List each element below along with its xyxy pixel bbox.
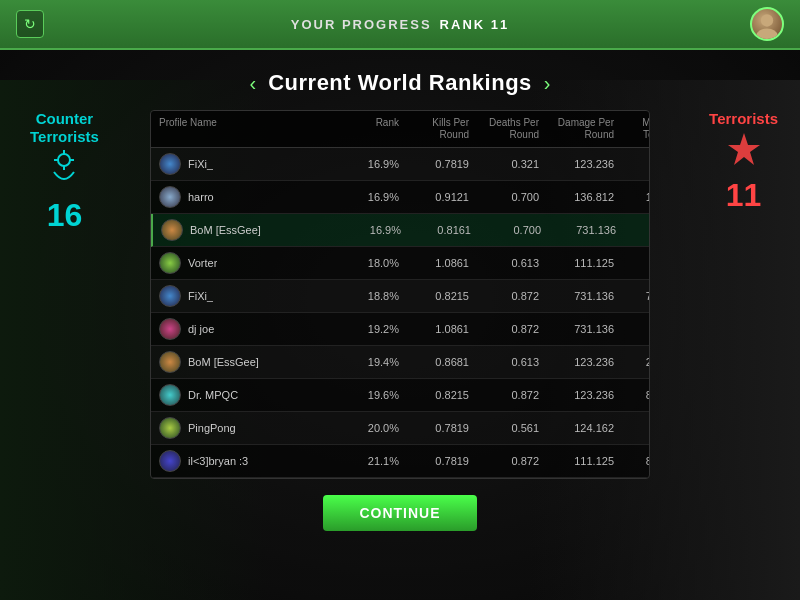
kills-value: 0.8681: [399, 356, 469, 368]
player-avatar: [159, 384, 181, 406]
player-cell: FiXi_: [159, 153, 339, 175]
kills-value: 0.7819: [399, 455, 469, 467]
player-avatar: [159, 351, 181, 373]
rank-value: 20.0%: [339, 422, 399, 434]
mvp-value: 7: [614, 158, 650, 170]
svg-marker-7: [728, 133, 760, 165]
damage-value: 731.136: [541, 224, 616, 236]
ct-team-icon: [30, 150, 99, 193]
table-row[interactable]: dj joe 19.2% 1.0861 0.872 731.136 6: [151, 313, 649, 346]
damage-value: 731.136: [539, 290, 614, 302]
table-row[interactable]: harro 16.9% 0.9121 0.700 136.812 123: [151, 181, 649, 214]
player-avatar: [159, 450, 181, 472]
top-bar: ↻ YOUR PROGRESS RANK 11: [0, 0, 800, 50]
kills-value: 0.9121: [399, 191, 469, 203]
page-title: Current World Rankings: [268, 70, 532, 96]
svg-point-2: [58, 154, 70, 166]
kills-value: 0.7819: [399, 422, 469, 434]
damage-value: 123.236: [539, 158, 614, 170]
player-avatar: [159, 186, 181, 208]
deaths-value: 0.321: [469, 158, 539, 170]
t-team-label: Terrorists: [709, 110, 778, 127]
player-cell: BoM [EssGee]: [161, 219, 341, 241]
damage-value: 123.236: [539, 389, 614, 401]
col-profile: Profile Name: [159, 117, 339, 141]
player-name: FiXi_: [188, 290, 213, 302]
rank-value: 19.6%: [339, 389, 399, 401]
next-arrow[interactable]: ›: [544, 72, 551, 95]
player-avatar: [159, 153, 181, 175]
player-name: dj joe: [188, 323, 214, 335]
deaths-value: 0.872: [469, 323, 539, 335]
ct-score: 16: [30, 197, 99, 234]
table-row[interactable]: Dr. MPQC 19.6% 0.8215 0.872 123.236 811: [151, 379, 649, 412]
player-avatar: [159, 252, 181, 274]
table-row[interactable]: BoM [EssGee] 19.4% 0.8681 0.613 123.236 …: [151, 346, 649, 379]
progress-label: YOUR PROGRESS: [291, 17, 432, 32]
kills-value: 1.0861: [399, 323, 469, 335]
rank-value: 16.9%: [341, 224, 401, 236]
damage-value: 731.136: [539, 323, 614, 335]
player-name: il<3]bryan :3: [188, 455, 248, 467]
continue-button[interactable]: Continue: [323, 495, 476, 531]
svg-point-1: [756, 28, 777, 41]
col-kills: Kills PerRound: [399, 117, 469, 141]
ct-team-panel: CounterTerrorists 16: [30, 110, 99, 234]
damage-value: 111.125: [539, 257, 614, 269]
rank-badge: RANK 11: [440, 17, 510, 32]
deaths-value: 0.872: [469, 290, 539, 302]
t-score: 11: [726, 177, 762, 214]
damage-value: 123.236: [539, 356, 614, 368]
player-avatar: [159, 285, 181, 307]
mvp-value: 811: [614, 455, 650, 467]
player-cell: Dr. MPQC: [159, 384, 339, 406]
player-name: harro: [188, 191, 214, 203]
svg-point-0: [761, 14, 773, 26]
table-row[interactable]: Vorter 18.0% 1.0861 0.613 111.125 6: [151, 247, 649, 280]
mvp-value: 6: [614, 323, 650, 335]
rank-value: 21.1%: [339, 455, 399, 467]
deaths-value: 0.872: [469, 389, 539, 401]
ct-team-label: CounterTerrorists: [30, 110, 99, 146]
table-row[interactable]: FiXi_ 18.8% 0.8215 0.872 731.136 742: [151, 280, 649, 313]
kills-value: 0.7819: [399, 158, 469, 170]
mvp-value: 123: [614, 191, 650, 203]
rank-value: 19.4%: [339, 356, 399, 368]
table-row[interactable]: PingPong 20.0% 0.7819 0.561 124.162 36: [151, 412, 649, 445]
player-name: BoM [EssGee]: [188, 356, 259, 368]
player-name: PingPong: [188, 422, 236, 434]
table-row[interactable]: BoM [EssGee] 16.9% 0.8161 0.700 731.136 …: [151, 214, 649, 247]
avatar: [750, 7, 784, 41]
deaths-value: 0.700: [469, 191, 539, 203]
mvp-value: 215: [614, 356, 650, 368]
col-damage: Damage PerRound: [539, 117, 614, 141]
player-name: Vorter: [188, 257, 217, 269]
rankings-table: Profile Name Rank Kills PerRound Deaths …: [150, 110, 650, 479]
mvp-value: 36: [616, 224, 650, 236]
damage-value: 111.125: [539, 455, 614, 467]
rank-value: 18.8%: [339, 290, 399, 302]
player-name: Dr. MPQC: [188, 389, 238, 401]
prev-arrow[interactable]: ‹: [250, 72, 257, 95]
player-cell: PingPong: [159, 417, 339, 439]
rank-value: 16.9%: [339, 158, 399, 170]
player-avatar: [161, 219, 183, 241]
deaths-value: 0.613: [469, 356, 539, 368]
mvp-value: 36: [614, 422, 650, 434]
player-cell: il<3]bryan :3: [159, 450, 339, 472]
table-row[interactable]: il<3]bryan :3 21.1% 0.7819 0.872 111.125…: [151, 445, 649, 478]
table-header: Profile Name Rank Kills PerRound Deaths …: [151, 111, 649, 148]
player-cell: dj joe: [159, 318, 339, 340]
player-cell: harro: [159, 186, 339, 208]
table-row[interactable]: FiXi_ 16.9% 0.7819 0.321 123.236 7: [151, 148, 649, 181]
kills-value: 0.8215: [399, 389, 469, 401]
deaths-value: 0.700: [471, 224, 541, 236]
mvp-value: 6: [614, 257, 650, 269]
player-cell: FiXi_: [159, 285, 339, 307]
title-row: ‹ Current World Rankings ›: [250, 70, 551, 96]
refresh-button[interactable]: ↻: [16, 10, 44, 38]
player-cell: Vorter: [159, 252, 339, 274]
rank-value: 19.2%: [339, 323, 399, 335]
t-team-panel: Terrorists 11: [709, 110, 778, 214]
kills-value: 0.8161: [401, 224, 471, 236]
